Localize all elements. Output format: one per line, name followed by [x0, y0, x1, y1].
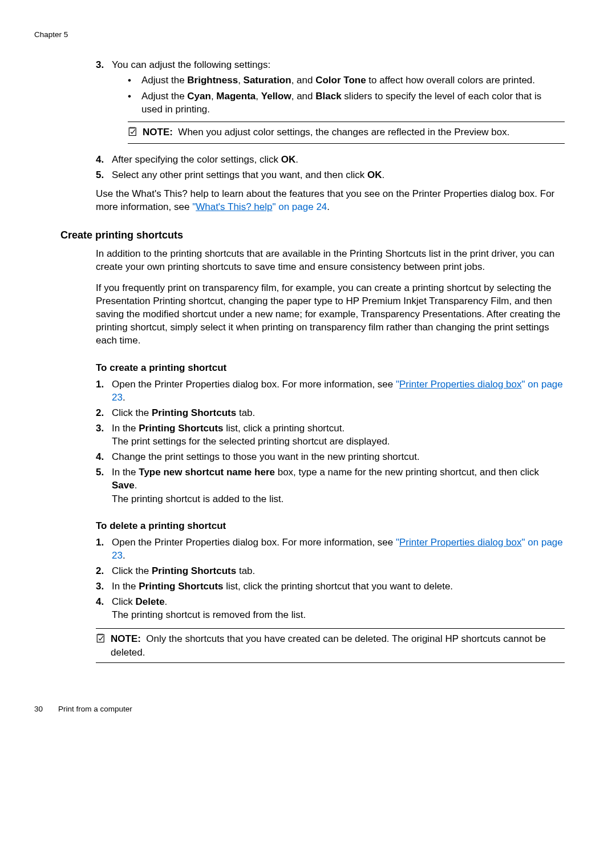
svg-rect-0: [129, 128, 136, 136]
note-content: NOTE: Only the shortcuts that you have c…: [111, 632, 565, 658]
step-number: 3.: [96, 58, 112, 151]
step-body: Change the print settings to those you w…: [112, 450, 565, 463]
paragraph: In addition to the printing shortcuts th…: [96, 247, 565, 273]
ok-button-label: OK: [367, 169, 382, 180]
delete-step-3: 3. In the Printing Shortcuts list, click…: [96, 580, 565, 593]
step-body: In the Printing Shortcuts list, click a …: [112, 422, 565, 448]
bullet-item: • Adjust the Brightness, Saturation, and…: [128, 74, 565, 87]
text: ,: [211, 91, 216, 102]
text: .: [135, 480, 137, 491]
step-number: 3.: [96, 422, 112, 448]
term-yellow: Yellow: [261, 91, 291, 102]
text: In the: [112, 581, 139, 592]
chapter-header: Chapter 5: [34, 30, 565, 40]
create-step-4: 4. Change the print settings to those yo…: [96, 450, 565, 463]
step-body: Click Delete. The printing shortcut is r…: [112, 595, 565, 621]
note-text: When you adjust color settings, the chan…: [178, 127, 509, 138]
note-icon: [96, 632, 111, 646]
text: .: [123, 392, 125, 403]
text: , and: [291, 75, 316, 86]
text: After specifying the color settings, cli…: [112, 154, 281, 165]
step-line2: The printing shortcut is added to the li…: [112, 492, 565, 506]
text: ,: [238, 75, 243, 86]
delete-step-4: 4. Click Delete. The printing shortcut i…: [96, 595, 565, 621]
step-number: 2.: [96, 406, 112, 419]
note-content: NOTE: When you adjust color settings, th…: [143, 126, 510, 139]
svg-rect-1: [97, 634, 104, 642]
create-step-2: 2. Click the Printing Shortcuts tab.: [96, 406, 565, 419]
step-body: Click the Printing Shortcuts tab.: [112, 564, 565, 577]
step-body: In the Type new shortcut name here box, …: [112, 466, 565, 505]
printer-properties-link[interactable]: Printer Properties dialog box: [399, 537, 522, 548]
term-black: Black: [315, 91, 341, 102]
step-body: Select any other print settings that you…: [112, 168, 565, 181]
text: Open the Printer Properties dialog box. …: [112, 537, 396, 548]
type-new-shortcut-box: Type new shortcut name here: [139, 467, 275, 478]
bullet-dot: •: [128, 90, 141, 116]
note-box: NOTE: When you adjust color settings, th…: [128, 122, 565, 144]
step-lead: You can adjust the following settings:: [112, 59, 270, 70]
text: , and: [291, 91, 316, 102]
whats-this-help-link[interactable]: What's This? help: [196, 201, 272, 212]
step-3: 3. You can adjust the following settings…: [96, 58, 565, 151]
save-button-label: Save: [112, 480, 135, 491]
step-number: 5.: [96, 466, 112, 505]
printing-shortcuts-tab: Printing Shortcuts: [152, 407, 236, 418]
text: .: [327, 201, 330, 212]
text: Click: [112, 596, 136, 607]
text: tab.: [236, 565, 255, 576]
step-5: 5. Select any other print settings that …: [96, 168, 565, 181]
bullet-item: • Adjust the Cyan, Magenta, Yellow, and …: [128, 90, 565, 116]
printing-shortcuts-tab: Printing Shortcuts: [152, 565, 236, 576]
text: In the: [112, 423, 139, 434]
create-step-5: 5. In the Type new shortcut name here bo…: [96, 466, 565, 505]
text: list, click a printing shortcut.: [224, 423, 345, 434]
create-step-3: 3. In the Printing Shortcuts list, click…: [96, 422, 565, 448]
ok-button-label: OK: [281, 154, 296, 165]
main-content: 3. You can adjust the following settings…: [96, 58, 565, 662]
page-number: 30: [34, 704, 58, 714]
printing-shortcuts-list: Printing Shortcuts: [139, 581, 223, 592]
bullet-text: Adjust the Cyan, Magenta, Yellow, and Bl…: [141, 90, 565, 116]
term-saturation: Saturation: [244, 75, 291, 86]
section-heading-create-printing-shortcuts: Create printing shortcuts: [60, 228, 565, 242]
paragraph: If you frequently print on transparency …: [96, 281, 565, 347]
text: list, click the printing shortcut that y…: [224, 581, 453, 592]
note-label: NOTE:: [111, 633, 141, 644]
step-line2: The printing shortcut is removed from th…: [112, 608, 565, 621]
text: tab.: [236, 407, 255, 418]
text: Select any other print settings that you…: [112, 169, 367, 180]
step-body: In the Printing Shortcuts list, click th…: [112, 580, 565, 593]
step-body: After specifying the color settings, cli…: [112, 153, 565, 166]
step-4: 4. After specifying the color settings, …: [96, 153, 565, 166]
printing-shortcuts-list: Printing Shortcuts: [139, 423, 223, 434]
subheading-delete-shortcut: To delete a printing shortcut: [96, 519, 565, 532]
page-footer: 30 Print from a computer: [34, 704, 565, 714]
term-color-tone: Color Tone: [315, 75, 366, 86]
step-body: Open the Printer Properties dialog box. …: [112, 378, 565, 404]
text: box, type a name for the new printing sh…: [275, 467, 539, 478]
note-icon: [128, 126, 143, 140]
footer-title: Print from a computer: [58, 704, 132, 714]
note-text: Only the shortcuts that you have created…: [111, 633, 546, 657]
text: Open the Printer Properties dialog box. …: [112, 379, 396, 390]
create-step-1: 1. Open the Printer Properties dialog bo…: [96, 378, 565, 404]
text: .: [295, 154, 298, 165]
bullet-text: Adjust the Brightness, Saturation, and C…: [141, 74, 535, 87]
link-end: " on page 24: [272, 201, 327, 212]
text: .: [123, 550, 125, 561]
text: In the: [112, 467, 139, 478]
subheading-create-shortcut: To create a printing shortcut: [96, 361, 565, 374]
step-number: 1.: [96, 536, 112, 562]
step-body: Open the Printer Properties dialog box. …: [112, 536, 565, 562]
step-body: Click the Printing Shortcuts tab.: [112, 406, 565, 419]
printer-properties-link[interactable]: Printer Properties dialog box: [399, 379, 522, 390]
term-cyan: Cyan: [187, 91, 211, 102]
step-number: 4.: [96, 450, 112, 463]
bullet-dot: •: [128, 74, 141, 87]
delete-button-label: Delete: [136, 596, 165, 607]
text: .: [165, 596, 168, 607]
step-line2: The print settings for the selected prin…: [112, 435, 565, 448]
text: .: [382, 169, 384, 180]
text: Click the: [112, 407, 152, 418]
